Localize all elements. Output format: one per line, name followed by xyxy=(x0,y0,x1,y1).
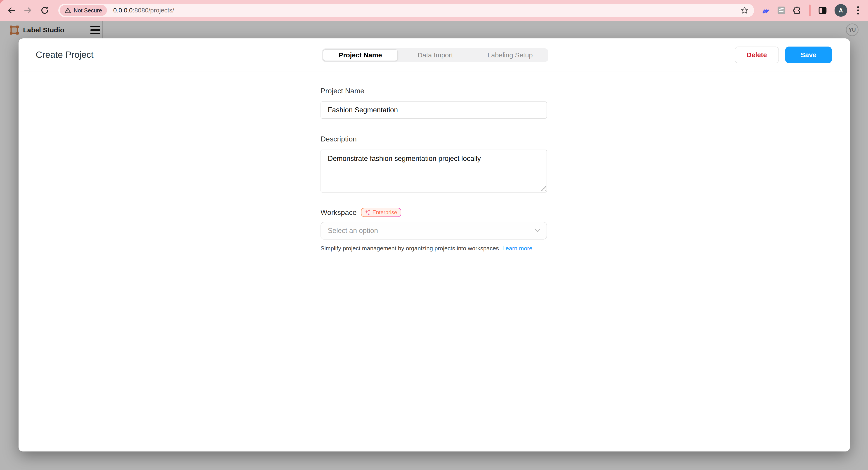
workspace-row: Workspace Ente xyxy=(320,208,547,217)
page-title: Create Project xyxy=(36,50,94,60)
description-textarea[interactable]: Demonstrate fashion segmentation project… xyxy=(320,150,547,192)
back-icon xyxy=(7,6,16,15)
forward-icon xyxy=(24,6,33,15)
workspace-select[interactable]: Select an option xyxy=(320,222,547,240)
url-text: 0.0.0.0:8080/projects/ xyxy=(113,7,174,14)
modal-header: Create Project Project Name Data Import … xyxy=(19,38,850,71)
project-name-input[interactable] xyxy=(320,101,547,119)
chevron-down-icon xyxy=(534,228,541,233)
back-button[interactable] xyxy=(4,4,18,17)
extension-squiggle-icon[interactable] xyxy=(761,6,770,15)
sparkles-icon xyxy=(364,209,370,216)
enterprise-badge: Enterprise xyxy=(361,208,401,217)
toolbar-divider xyxy=(809,4,811,16)
extension-stripes-icon[interactable] xyxy=(778,6,785,14)
workspace-helper-text: Simplify project management by organizin… xyxy=(320,245,547,252)
address-bar[interactable]: Not Secure 0.0.0.0:8080/projects/ xyxy=(58,4,754,17)
reload-button[interactable] xyxy=(38,4,52,17)
side-panel-icon[interactable] xyxy=(818,6,827,15)
save-button[interactable]: Save xyxy=(785,46,832,63)
enterprise-badge-inner: Enterprise xyxy=(362,208,401,217)
star-icon xyxy=(741,6,749,14)
browser-menu-button[interactable] xyxy=(855,6,862,14)
forward-button[interactable] xyxy=(21,4,35,17)
description-field-wrap: Demonstrate fashion segmentation project… xyxy=(320,150,547,192)
browser-toolbar: Not Secure 0.0.0.0:8080/projects/ A xyxy=(0,0,868,21)
screen: Not Secure 0.0.0.0:8080/projects/ A xyxy=(0,0,868,470)
workspace-label: Workspace xyxy=(320,208,356,217)
tab-project-name[interactable]: Project Name xyxy=(323,49,398,61)
workspace-select-placeholder: Select an option xyxy=(328,227,378,235)
extensions-puzzle-icon[interactable] xyxy=(793,6,802,15)
toolbar-right-cluster: A xyxy=(761,4,862,17)
create-project-modal: Create Project Project Name Data Import … xyxy=(19,38,850,451)
tab-data-import[interactable]: Data Import xyxy=(398,49,473,61)
tab-labeling-setup[interactable]: Labeling Setup xyxy=(473,49,548,61)
helper-text: Simplify project management by organizin… xyxy=(320,245,500,252)
learn-more-link[interactable]: Learn more xyxy=(502,245,532,252)
security-label: Not Secure xyxy=(74,7,102,14)
project-form: Project Name Description Demonstrate fas… xyxy=(320,71,547,252)
modal-actions: Delete Save xyxy=(735,46,832,63)
description-label: Description xyxy=(320,135,547,143)
browser-profile-avatar[interactable]: A xyxy=(835,4,847,17)
url-host: 0.0.0.0 xyxy=(113,7,133,14)
delete-button[interactable]: Delete xyxy=(735,46,779,63)
url-path: :8080/projects/ xyxy=(133,7,174,14)
wizard-tabs: Project Name Data Import Labeling Setup xyxy=(322,49,548,62)
warning-icon xyxy=(65,7,71,13)
bookmark-button[interactable] xyxy=(741,6,749,14)
enterprise-badge-label: Enterprise xyxy=(372,209,397,216)
not-secure-chip[interactable]: Not Secure xyxy=(60,5,107,16)
reload-icon xyxy=(40,6,49,15)
project-name-label: Project Name xyxy=(320,87,547,95)
